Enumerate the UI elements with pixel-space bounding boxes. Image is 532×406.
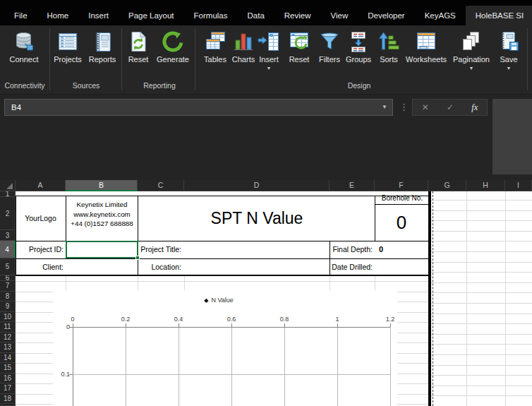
row-header-15[interactable]: 15 (0, 363, 16, 374)
row-header-13[interactable]: 13 (0, 342, 16, 353)
row-header-4[interactable]: 4 (0, 241, 16, 258)
borehole-no-value[interactable]: 0 (375, 204, 428, 241)
column-header-C[interactable]: C (138, 180, 184, 191)
legend-series-name: N Value (211, 297, 233, 304)
ribbon-button-projects[interactable]: Projects (54, 30, 82, 64)
select-all-corner[interactable] (0, 180, 16, 191)
reset-document-icon (126, 30, 150, 54)
company-line: www.keynetix.com (68, 210, 136, 220)
pagination-pages-icon (459, 30, 483, 54)
tab-data[interactable]: Data (238, 6, 274, 25)
group-label-reporting: Reporting (143, 81, 176, 90)
tab-review[interactable]: Review (274, 6, 321, 25)
row-header-11[interactable]: 11 (0, 322, 16, 333)
ribbon-button-reset[interactable]: Reset (287, 30, 311, 64)
tab-developer[interactable]: Developer (358, 6, 414, 25)
ribbon-button-generate[interactable]: Generate (157, 30, 189, 64)
row-header-2[interactable]: 2 (0, 197, 16, 230)
spt-chart[interactable]: ◆N Value 00.20.40.60.811.200.1 (53, 290, 397, 406)
x-tick-label: 0 (62, 316, 83, 323)
cancel-icon[interactable]: ✕ (422, 102, 429, 112)
company-line: +44 (0)1527 688888 (68, 219, 136, 229)
column-header-B[interactable]: B (66, 180, 138, 191)
ribbon-button-sorts[interactable]: Sorts (377, 30, 401, 64)
dropdown-arrow-icon[interactable]: ▼ (257, 66, 281, 71)
fill-handle[interactable] (135, 256, 140, 260)
ribbon-button-reports[interactable]: Reports (89, 30, 116, 64)
projects-table-icon (56, 30, 80, 54)
company-address-block[interactable]: Keynetix Limited www.keynetix.com +44 (0… (68, 200, 136, 229)
project-title-label[interactable]: Project Title: (139, 241, 181, 258)
x-tick-label: 0.2 (115, 316, 136, 323)
tab-holebase-si[interactable]: HoleBASE SI (466, 6, 532, 25)
name-box[interactable]: B4 ▼ (4, 99, 393, 116)
row-header-7[interactable]: 7 (0, 281, 16, 292)
row-header-6[interactable]: 6 (0, 275, 16, 281)
row-header-12[interactable]: 12 (0, 333, 16, 343)
row-header-9[interactable]: 9 (0, 301, 16, 312)
report-title[interactable]: SPT N Value (184, 196, 330, 241)
group-separator (527, 28, 528, 90)
row-header-16[interactable]: 16 (0, 374, 16, 384)
tables-icon (203, 30, 227, 54)
column-header-G[interactable]: G (428, 180, 466, 191)
tab-insert[interactable]: Insert (78, 6, 119, 25)
ribbon-button-worksheets[interactable]: Worksheets (406, 30, 447, 64)
column-header-H[interactable]: H (466, 180, 505, 191)
enter-icon[interactable]: ✓ (447, 102, 454, 112)
borehole-no-label[interactable]: Borehole No. (376, 192, 428, 204)
formula-bar-buttons: ✕ ✓ fx (412, 99, 488, 116)
row-header-3[interactable]: 3 (0, 230, 16, 241)
ribbon-button-groups[interactable]: Groups (346, 30, 371, 64)
pane-split-bar[interactable] (428, 191, 431, 406)
generate-refresh-icon (161, 30, 185, 54)
excel-window: FileHomeInsertPage LayoutFormulasDataRev… (0, 0, 532, 406)
column-header-F[interactable]: F (375, 180, 428, 191)
insert-function-icon[interactable]: fx (471, 102, 478, 113)
ribbon-button-connect[interactable]: Connect (10, 30, 39, 64)
active-cell-selection[interactable] (66, 241, 138, 258)
final-depth-label[interactable]: Final Depth: (331, 241, 373, 258)
name-box-dropdown-icon[interactable]: ▼ (382, 100, 387, 115)
logo-placeholder[interactable]: YourLogo (16, 196, 66, 241)
ribbon-button-charts[interactable]: Charts (231, 30, 255, 64)
ribbon-button-insert[interactable]: Insert▼ (257, 30, 281, 71)
column-header-E[interactable]: E (330, 180, 375, 191)
select-all-triangle-icon (6, 183, 13, 189)
tab-view[interactable]: View (321, 6, 358, 25)
row-header-8[interactable]: 8 (0, 292, 16, 302)
ribbon-button-reset[interactable]: Reset (126, 30, 150, 64)
formula-bar-handle[interactable]: ⋮ (399, 100, 409, 115)
location-label[interactable]: Location: (139, 258, 181, 275)
date-drilled-label[interactable]: Date Drilled: (331, 258, 373, 275)
row-header-10[interactable]: 10 (0, 312, 16, 323)
project-id-label[interactable]: Project ID: (17, 241, 64, 258)
row-header-1[interactable]: 1 (0, 191, 16, 197)
ribbon-button-save[interactable]: Save▼ (497, 30, 521, 71)
column-header-A[interactable]: A (16, 180, 66, 191)
tab-home[interactable]: Home (37, 6, 79, 25)
client-label[interactable]: Client: (17, 258, 64, 275)
ribbon-tab-bar: FileHomeInsertPage LayoutFormulasDataRev… (0, 0, 532, 25)
ribbon-button-pagination[interactable]: Pagination▼ (453, 30, 490, 71)
legend-marker-diamond-icon: ◆ (204, 297, 208, 304)
row-header-17[interactable]: 17 (0, 383, 16, 394)
tab-formulas[interactable]: Formulas (184, 6, 238, 25)
x-tick-label: 0.4 (168, 316, 189, 323)
dropdown-arrow-icon[interactable]: ▼ (453, 66, 490, 71)
ribbon-button-filters[interactable]: Filters (318, 30, 341, 64)
row-header-5[interactable]: 5 (0, 258, 16, 275)
tab-keyags[interactable]: KeyAGS (415, 6, 466, 25)
name-box-value: B4 (11, 103, 21, 112)
column-header-D[interactable]: D (184, 180, 330, 191)
save-notebook-icon (497, 30, 521, 54)
reports-notebook-icon (90, 30, 114, 54)
column-header-I[interactable]: I (505, 180, 532, 191)
row-header-18[interactable]: 18 (0, 394, 16, 405)
dropdown-arrow-icon[interactable]: ▼ (497, 66, 521, 71)
ribbon-button-tables[interactable]: Tables (203, 30, 227, 64)
tab-page-layout[interactable]: Page Layout (119, 6, 184, 25)
row-header-14[interactable]: 14 (0, 353, 16, 364)
tab-file[interactable]: File (4, 6, 37, 25)
final-depth-value[interactable]: 0 (379, 241, 407, 258)
